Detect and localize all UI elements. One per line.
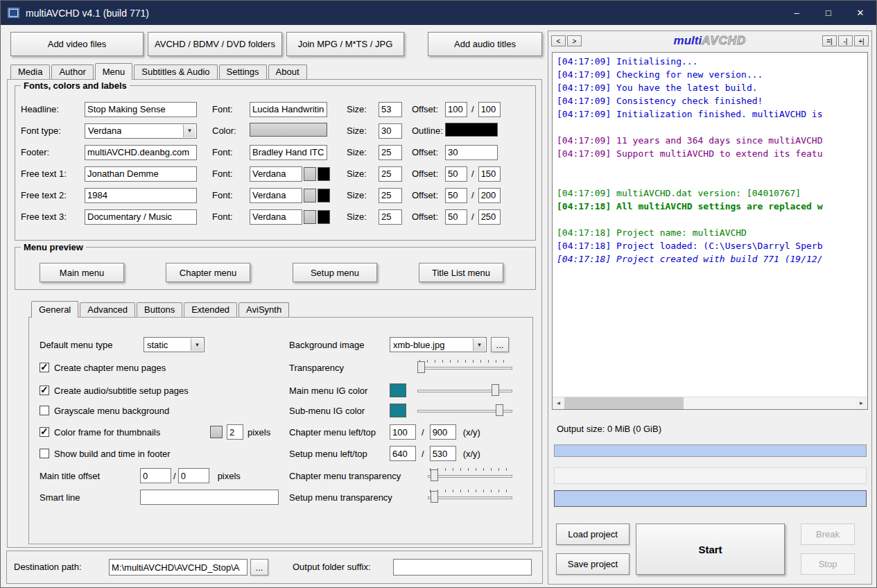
tab-avisynth[interactable]: AviSynth	[238, 302, 289, 317]
main-title-offset-x-input[interactable]	[140, 468, 171, 483]
tab-menu[interactable]: Menu	[95, 63, 133, 80]
main-menu-ig-color-swatch[interactable]	[390, 383, 406, 397]
headline-size-input[interactable]	[379, 102, 402, 117]
tab-about[interactable]: About	[268, 64, 307, 79]
free-text-1-font-input[interactable]	[250, 166, 302, 182]
main-menu-ig-slider[interactable]	[417, 383, 512, 398]
free-text-3-offset-y-input[interactable]	[478, 209, 501, 225]
setup-menu-button[interactable]: Setup menu	[293, 263, 377, 282]
headline-font-input[interactable]	[250, 102, 327, 117]
transparency-slider[interactable]	[417, 360, 512, 375]
grayscale-menu-background-checkbox[interactable]	[40, 406, 49, 415]
setup-menu-transparency-slider[interactable]	[428, 490, 512, 505]
chapter-menu-transparency-slider[interactable]	[428, 468, 512, 483]
destination-path-input[interactable]	[109, 559, 248, 576]
tab-settings[interactable]: Settings	[219, 64, 267, 79]
break-button[interactable]: Break	[801, 524, 855, 545]
add-video-files-button[interactable]: Add video files	[10, 32, 144, 56]
tab-buttons[interactable]: Buttons	[137, 302, 182, 317]
chapter-menu-top-input[interactable]	[430, 424, 456, 440]
footer-input[interactable]	[85, 145, 197, 160]
background-image-browse-button[interactable]: ...	[491, 337, 509, 352]
free-text-2-input[interactable]	[85, 188, 197, 203]
load-project-button[interactable]: Load project	[556, 524, 629, 545]
color-frame-thumbnails-checkbox[interactable]	[40, 427, 49, 437]
log-forward-button[interactable]: >	[567, 35, 582, 46]
setup-menu-left-input[interactable]	[390, 446, 416, 461]
frame-pixels-input[interactable]	[227, 424, 243, 440]
free-text-3-color-swatch[interactable]	[304, 210, 316, 224]
save-project-button[interactable]: Save project	[556, 553, 629, 575]
slider-thumb[interactable]	[417, 361, 425, 373]
free-text-1-offset-x-input[interactable]	[445, 166, 467, 182]
free-text-1-offset-y-input[interactable]	[478, 166, 501, 182]
font-size-input[interactable]	[379, 123, 402, 139]
join-mpg-mts-jpg-button[interactable]: Join MPG / M*TS / JPG	[286, 32, 404, 56]
free-text-1-color-swatch[interactable]	[304, 167, 316, 181]
free-text-3-size-input[interactable]	[379, 209, 402, 225]
scroll-left-icon[interactable]: ◄	[553, 397, 564, 409]
tab-advanced[interactable]: Advanced	[80, 302, 135, 317]
create-audio-subtitle-setup-pages-checkbox[interactable]	[40, 386, 49, 395]
start-button[interactable]: Start	[636, 524, 785, 575]
footer-size-input[interactable]	[379, 145, 402, 160]
default-menu-type-select[interactable]: static ▼	[144, 337, 205, 352]
log-size-equal-button[interactable]: =|	[822, 35, 837, 46]
font-type-select[interactable]: Verdana ▼	[85, 123, 197, 139]
title-list-menu-button[interactable]: Title List menu	[419, 263, 503, 282]
free-text-1-outline-swatch[interactable]	[318, 167, 330, 181]
create-chapter-menu-pages-checkbox[interactable]	[40, 363, 49, 372]
slider-thumb[interactable]	[431, 469, 438, 481]
log-size-minus-button[interactable]: -|	[838, 35, 853, 46]
free-text-2-offset-x-input[interactable]	[445, 188, 467, 203]
tab-general[interactable]: General	[31, 301, 78, 318]
slider-thumb[interactable]	[431, 491, 438, 503]
free-text-2-color-swatch[interactable]	[304, 189, 316, 202]
slider-thumb[interactable]	[496, 404, 503, 416]
log-size-plus-button[interactable]: +|	[854, 35, 869, 46]
main-menu-button[interactable]: Main menu	[40, 263, 124, 282]
stop-button[interactable]: Stop	[801, 553, 855, 575]
scroll-right-icon[interactable]: ►	[856, 397, 867, 409]
log-horizontal-scrollbar[interactable]: ◄ ►	[553, 397, 867, 409]
headline-offset-y-input[interactable]	[478, 102, 501, 117]
sub-menu-ig-slider[interactable]	[417, 403, 512, 418]
headline-input[interactable]	[85, 102, 197, 117]
free-text-3-offset-x-input[interactable]	[445, 209, 467, 225]
setup-menu-top-input[interactable]	[430, 446, 456, 461]
smart-line-input[interactable]	[140, 490, 279, 505]
free-text-2-offset-y-input[interactable]	[478, 188, 501, 203]
maximize-button[interactable]: □	[813, 1, 844, 25]
add-audio-titles-button[interactable]: Add audio titles	[428, 32, 542, 56]
free-text-3-outline-swatch[interactable]	[318, 210, 330, 224]
background-image-select[interactable]: xmb-blue.jpg ▼	[390, 337, 487, 352]
show-build-time-footer-checkbox[interactable]	[40, 449, 49, 458]
destination-browse-button[interactable]: ...	[250, 559, 268, 576]
chapter-menu-left-input[interactable]	[390, 424, 416, 440]
slider-thumb[interactable]	[492, 384, 499, 396]
font-color-swatch[interactable]	[250, 123, 327, 137]
tab-extended[interactable]: Extended	[184, 302, 237, 317]
close-button[interactable]: ✕	[844, 1, 876, 25]
sub-menu-ig-color-swatch[interactable]	[390, 404, 406, 417]
minimize-button[interactable]: –	[781, 1, 813, 25]
scrollbar-track[interactable]	[564, 397, 856, 409]
tab-author[interactable]: Author	[51, 64, 93, 79]
avchd-bdmv-dvd-folders-button[interactable]: AVCHD / BDMV / DVD folders	[148, 32, 282, 56]
scrollbar-thumb[interactable]	[564, 397, 684, 409]
free-text-2-font-input[interactable]	[250, 188, 302, 203]
free-text-3-font-input[interactable]	[250, 209, 302, 225]
footer-offset-input[interactable]	[445, 145, 498, 160]
free-text-1-input[interactable]	[85, 166, 197, 182]
footer-font-input[interactable]	[250, 145, 327, 160]
free-text-3-input[interactable]	[85, 209, 197, 225]
tab-media[interactable]: Media	[10, 64, 50, 79]
free-text-1-size-input[interactable]	[379, 166, 402, 182]
free-text-2-outline-swatch[interactable]	[318, 189, 330, 202]
chapter-menu-button[interactable]: Chapter menu	[166, 263, 250, 282]
output-folder-suffix-input[interactable]	[393, 559, 532, 576]
log-back-button[interactable]: <	[551, 35, 566, 46]
frame-color-swatch[interactable]	[210, 426, 223, 438]
headline-offset-x-input[interactable]	[445, 102, 467, 117]
main-title-offset-y-input[interactable]	[178, 468, 209, 483]
